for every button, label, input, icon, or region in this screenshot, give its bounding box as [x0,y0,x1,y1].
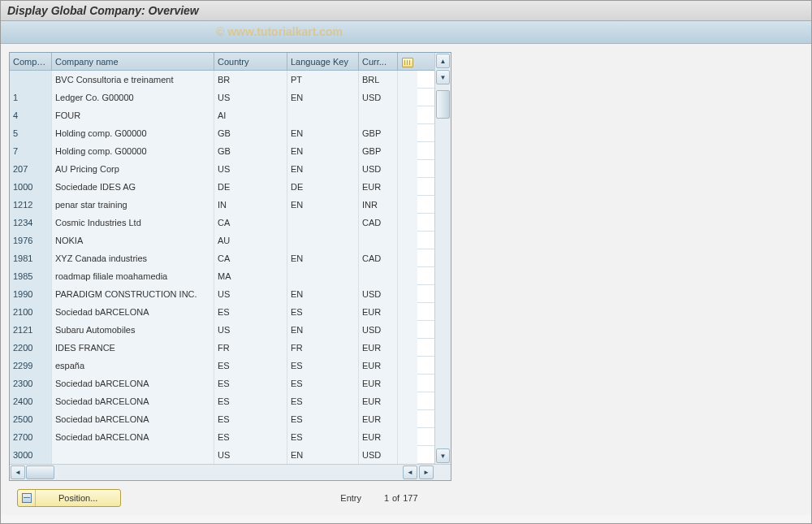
table-row[interactable]: BVC Consultoria e treinamentBRPTBRL [10,71,434,89]
cell-name: Sociedad bARCELONA [52,375,214,392]
position-button[interactable]: Position... [17,489,121,507]
cell-company [10,71,52,89]
vertical-scroll-thumb[interactable] [436,90,450,119]
entry-of: of [392,493,400,503]
cell-language [287,214,359,232]
vertical-scroll-track[interactable] [436,90,450,448]
cell-country: ES [214,428,287,446]
cell-language: EN [287,196,359,214]
table-row[interactable]: 1234Cosmic Industries LtdCACAD [10,214,434,232]
cell-country: MA [214,267,287,285]
position-icon [22,493,32,503]
cell-country: US [214,285,287,303]
cell-spacer [398,71,417,89]
cell-name: Sociedad bARCELONA [52,303,214,321]
cell-company: 2500 [10,410,52,428]
scroll-up-button[interactable]: ▲ [436,54,450,68]
cell-spacer [398,267,417,285]
table-row[interactable]: 2121Subaru AutomobilesUSENUSD [10,321,434,339]
table-row[interactable]: 1Ledger Co. G00000USENUSD [10,89,434,106]
column-header-country[interactable]: Country [214,53,287,71]
table-row[interactable]: 1000Sociedade IDES AGDEDEEUR [10,178,434,196]
table-row[interactable]: 2200IDES FRANCEFRFREUR [10,339,434,357]
cell-language: EN [287,160,359,178]
cell-country: GB [214,142,287,160]
scroll-left-button[interactable]: ◄ [11,466,25,479]
horizontal-scroll-track[interactable] [26,466,75,479]
cell-company: 1981 [10,249,52,267]
cell-currency: USD [359,89,398,106]
column-header-currency[interactable]: Curr... [359,53,398,71]
cell-currency: BRL [359,71,398,89]
cell-company: 2121 [10,321,52,339]
cell-name: Holding comp. G00000 [52,142,214,160]
table-row[interactable]: 2100Sociedad bARCELONAESESEUR [10,303,434,321]
cell-name: Ledger Co. G00000 [52,89,214,106]
cell-company: 207 [10,160,52,178]
cell-company: 1990 [10,285,52,303]
cell-country: GB [214,124,287,142]
company-table: Compa... Company name Country Language K… [9,52,451,481]
table-row[interactable]: 1985roadmap filiale moahamediaMA [10,267,434,285]
scroll-down-button[interactable]: ▼ [436,448,450,463]
column-header-company[interactable]: Compa... [10,53,52,71]
cell-currency: USD [359,160,398,178]
cell-country: ES [214,303,287,321]
cell-language: EN [287,446,359,464]
cell-language [287,232,359,249]
column-header-language[interactable]: Language Key [287,53,359,71]
scroll-down-step-button[interactable]: ▼ [436,70,450,84]
cell-company: 1234 [10,214,52,232]
cell-name: Sociedad bARCELONA [52,410,214,428]
table-row[interactable]: 2400Sociedad bARCELONAESESEUR [10,392,434,410]
cell-language: EN [287,321,359,339]
cell-company: 1000 [10,178,52,196]
table-config-button[interactable] [398,53,417,71]
table-row[interactable]: 2700Sociedad bARCELONAESESEUR [10,428,434,446]
table-row[interactable]: 4FOURAI [10,106,434,124]
cell-country: AU [214,232,287,249]
cell-company: 1 [10,89,52,106]
table-row[interactable]: 207AU Pricing CorpUSENUSD [10,160,434,178]
position-icon-box [18,489,36,507]
cell-spacer [398,428,417,446]
scroll-right-button[interactable]: ► [419,466,434,479]
chevron-down-icon: ▼ [440,74,447,81]
cell-country: US [214,446,287,464]
table-row[interactable]: 3000USENUSD [10,446,434,464]
table-row[interactable]: 1990PARADIGM CONSTRUCTION INC.USENUSD [10,285,434,303]
cell-company: 1976 [10,232,52,249]
cell-spacer [398,375,417,392]
cell-language: ES [287,392,359,410]
table-row[interactable]: 2299españaESESEUR [10,357,434,375]
entry-current: 1 [365,493,389,503]
cell-country: CA [214,214,287,232]
chevron-left-icon: ◄ [15,469,21,476]
table-row[interactable]: 2500Sociedad bARCELONAESESEUR [10,410,434,428]
cell-name: NOKIA [52,232,214,249]
chevron-up-icon: ▲ [440,58,447,65]
table-row[interactable]: 1212penar star trainingINENINR [10,196,434,214]
table-row[interactable]: 1976NOKIAAU [10,232,434,249]
column-header-name[interactable]: Company name [52,53,214,71]
chevron-right-icon: ► [423,469,430,476]
cell-country: ES [214,357,287,375]
horizontal-scroll-thumb[interactable] [26,466,54,479]
table-row[interactable]: 2300Sociedad bARCELONAESESEUR [10,375,434,392]
cell-currency: EUR [359,178,398,196]
cell-currency: EUR [359,375,398,392]
cell-language: FR [287,339,359,357]
cell-currency: USD [359,321,398,339]
horizontal-scrollbar[interactable]: ◄ ◄ ► [10,464,451,480]
table-row[interactable]: 7Holding comp. G00000GBENGBP [10,142,434,160]
table-config-icon [402,58,413,67]
cell-language: EN [287,285,359,303]
scroll-right-step-button[interactable]: ◄ [403,466,417,479]
cell-language [287,106,359,124]
cell-name: penar star training [52,196,214,214]
table-row[interactable]: 1981XYZ Canada industriesCAENCAD [10,249,434,267]
table-row[interactable]: 5Holding comp. G00000GBENGBP [10,124,434,142]
vertical-scrollbar[interactable]: ▲ ▼ ▼ [434,53,451,464]
cell-name: Holding comp. G00000 [52,124,214,142]
table-body: BVC Consultoria e treinamentBRPTBRL1Ledg… [10,71,434,464]
